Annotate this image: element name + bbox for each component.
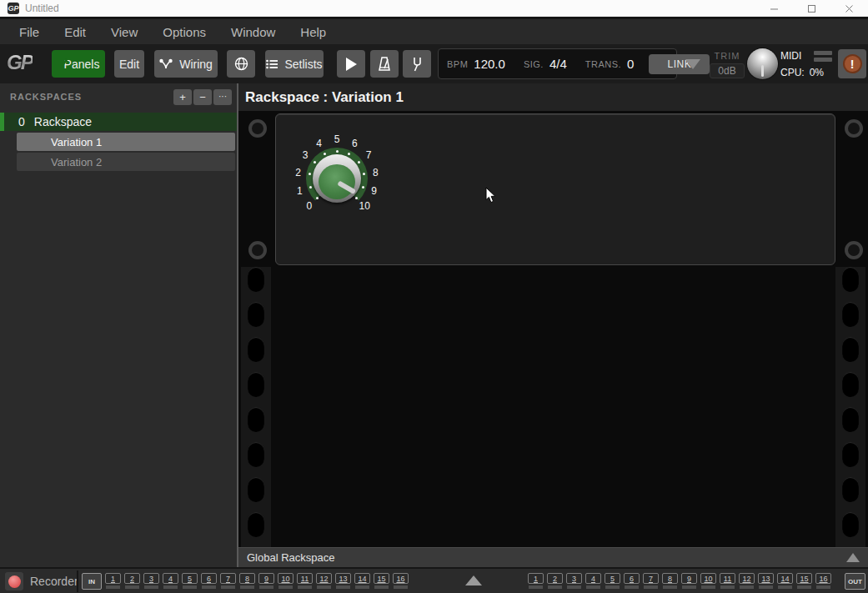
rackspace-item[interactable]: 0 Rackspace [0, 113, 237, 131]
rackspace-more-button[interactable]: ··· [213, 89, 232, 105]
channel-activity-led [797, 585, 811, 589]
sig-value[interactable]: 4/4 [549, 57, 567, 71]
knob-scale-label: 4 [316, 138, 322, 149]
rack-rail-right [835, 267, 865, 547]
add-rackspace-button[interactable]: + [173, 89, 192, 105]
setlists-label: Setlists [284, 58, 322, 71]
rail-slot [248, 267, 264, 292]
recorder-label: Recorder [30, 575, 78, 588]
tempo-dropdown-button[interactable] [682, 48, 704, 79]
menu-view[interactable]: View [111, 25, 138, 39]
edit-button[interactable]: Edit [114, 50, 144, 78]
metronome-icon [378, 57, 391, 71]
variation-item-1[interactable]: Variation 1 [17, 133, 235, 151]
tuner-button[interactable] [403, 50, 431, 78]
rack-screw [845, 119, 863, 138]
minimize-button[interactable] [755, 0, 793, 17]
wiring-button[interactable]: Wiring [154, 50, 218, 78]
midi-channel-indicator: 13 [335, 573, 351, 589]
menu-help[interactable]: Help [300, 25, 326, 39]
channel-number: 14 [354, 573, 370, 584]
menubar: File Edit View Options Window Help [0, 17, 868, 44]
midi-channel-indicator: 3 [143, 573, 159, 589]
panel-knob-widget[interactable]: 012345678910 [274, 116, 399, 241]
trim-knob[interactable] [747, 48, 778, 79]
channel-number: 7 [220, 573, 236, 584]
menu-window[interactable]: Window [231, 25, 275, 39]
global-rackspace-bar[interactable]: Global Rackspace [238, 547, 868, 567]
knob-scale-label: 9 [371, 185, 377, 197]
statusbar-expand-icon[interactable] [465, 575, 482, 585]
globe-button[interactable] [227, 50, 255, 78]
channel-activity-led [317, 585, 331, 589]
close-button[interactable] [830, 0, 868, 17]
channel-number: 4 [585, 573, 601, 584]
trim-section: TRIM 0dB [710, 51, 745, 78]
setlists-button[interactable]: Setlists [265, 50, 324, 78]
rackspace-name: Rackspace [34, 115, 92, 128]
tempo-panel: BPM 120.0 SIG. 4/4 TRANS. 0 LINK [438, 48, 677, 79]
metronome-button[interactable] [370, 50, 399, 78]
rail-slot [842, 442, 859, 467]
trim-label: TRIM [710, 51, 745, 61]
knob-scale-label: 6 [352, 138, 358, 149]
trans-label: TRANS. [585, 59, 621, 69]
channel-activity-led [567, 585, 581, 589]
app-window: GP Untitled File Edit View Options Windo… [0, 0, 868, 593]
rail-slot [842, 372, 859, 397]
midi-channel-indicator: 2 [124, 573, 140, 589]
record-button[interactable] [5, 572, 23, 590]
channel-activity-led [374, 585, 389, 589]
rail-slot [842, 407, 859, 432]
knob-scale-dot [309, 186, 312, 188]
channel-activity-led [202, 585, 216, 589]
channel-number: 9 [258, 573, 274, 584]
channel-activity-led [663, 585, 677, 589]
midi-in-led [814, 51, 832, 55]
global-rackspace-label: Global Rackspace [247, 551, 335, 564]
mouse-cursor [485, 187, 497, 207]
knob-scale-dot [316, 197, 319, 199]
knob-cap [319, 164, 355, 199]
play-button[interactable] [337, 50, 365, 78]
menu-options[interactable]: Options [163, 25, 206, 39]
expand-up-icon[interactable] [846, 553, 860, 562]
knob-scale-label: 5 [334, 133, 340, 145]
rack-rail-left [241, 267, 271, 547]
rackspaces-sidebar: RACKSPACES + − ··· 0 Rackspace Variation… [0, 83, 237, 567]
channel-number: 11 [720, 573, 735, 584]
channel-activity-led [778, 585, 792, 589]
channel-activity-led [278, 585, 293, 589]
channel-number: 6 [201, 573, 217, 584]
menu-file[interactable]: File [19, 25, 39, 39]
channel-number: 5 [605, 573, 620, 584]
channel-number: 2 [124, 573, 140, 584]
midi-in-badge: IN [82, 573, 102, 590]
chevron-down-icon [685, 59, 700, 69]
channel-activity-led [298, 585, 312, 589]
midi-out-channels: 12345678910111213141516 [528, 573, 831, 589]
window-controls [755, 0, 868, 17]
wiring-label: Wiring [179, 58, 213, 71]
bpm-value[interactable]: 120.0 [474, 57, 505, 71]
midi-channel-indicator: 11 [297, 573, 313, 589]
midi-channel-indicator: 1 [105, 573, 121, 589]
panels-button[interactable]: Panels [52, 50, 105, 78]
rail-slot [842, 337, 859, 362]
variation-label: Variation 1 [51, 136, 102, 148]
maximize-button[interactable] [793, 0, 830, 17]
rail-slot [842, 267, 859, 292]
channel-number: 8 [239, 573, 255, 584]
panic-button[interactable]: ! [838, 49, 866, 78]
variation-item-2[interactable]: Variation 2 [17, 153, 235, 171]
remove-rackspace-button[interactable]: − [193, 89, 212, 105]
knob-scale-dot [324, 153, 326, 155]
menu-edit[interactable]: Edit [64, 25, 86, 39]
trans-value[interactable]: 0 [627, 57, 634, 71]
globe-icon [234, 57, 248, 71]
bottom-statusbar: Recorder IN 12345678910111213141516 1234… [0, 567, 868, 593]
titlebar: GP Untitled [0, 0, 868, 17]
midi-channel-indicator: 15 [796, 573, 812, 589]
channel-number: 14 [777, 573, 793, 584]
channel-activity-led [548, 585, 562, 589]
